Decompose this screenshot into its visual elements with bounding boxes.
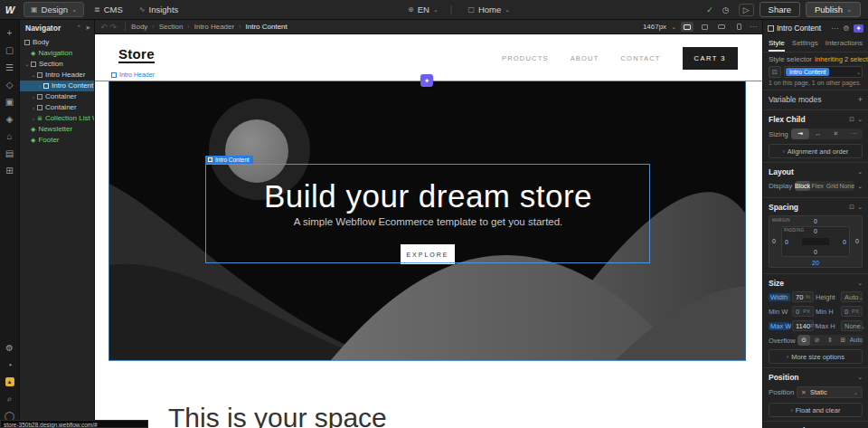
chevron-right-icon[interactable]: › <box>31 91 36 102</box>
display-grid[interactable]: Grid <box>825 181 839 191</box>
margin-right-value[interactable]: 0 <box>855 238 859 244</box>
overflow-hidden-icon[interactable]: ⊘ <box>810 335 823 346</box>
overflow-auto[interactable]: Auto <box>850 335 863 346</box>
breakpoint-phone-portrait-icon[interactable] <box>732 22 745 32</box>
hero-section[interactable]: Build your dream store A simple Webflow … <box>108 81 746 361</box>
redo-icon[interactable]: ↷ <box>110 23 118 32</box>
design-mode-button[interactable]: ▣ Design ⌄ <box>24 2 84 17</box>
tree-item-collection-list[interactable]: › ≣ Collection List Wra... <box>20 113 94 124</box>
sizing-shrink-icon[interactable]: ⇥ <box>791 128 809 139</box>
class-pill[interactable]: Intro Content <box>786 68 829 76</box>
insights-button[interactable]: ∿ Insights <box>133 3 184 16</box>
breadcrumb-item[interactable]: Intro Header <box>194 23 234 31</box>
sizing-grow-icon[interactable]: ↔ <box>809 128 827 139</box>
add-variable-mode-icon[interactable]: + <box>858 95 863 104</box>
help-dial-icon[interactable]: ◔ <box>0 357 19 374</box>
more-size-options-button[interactable]: ›More size options <box>769 349 863 364</box>
tree-item-intro-header[interactable]: ⌄ Intro Header <box>20 70 94 81</box>
inheriting-selectors[interactable]: Inheriting 2 selectors <box>815 55 868 63</box>
nav-link-contact[interactable]: CONTACT <box>621 54 661 62</box>
publish-button[interactable]: Publish ⌄ <box>806 2 861 17</box>
assets-icon[interactable]: ▣ <box>0 93 19 110</box>
add-element-icon[interactable]: + <box>0 24 19 42</box>
overflow-clip-icon[interactable]: ⊞ <box>836 335 849 346</box>
element-handle-icon[interactable]: ✦ <box>420 74 433 87</box>
webflow-logo[interactable]: W <box>0 5 20 15</box>
chevron-down-icon[interactable]: ⌄ <box>857 168 863 176</box>
position-select[interactable]: ✕ Static ⌄ <box>797 386 863 398</box>
breadcrumb-item-current[interactable]: Intro Content <box>246 23 288 31</box>
overflow-scroll-icon[interactable]: ⇕ <box>824 335 836 346</box>
sizing-more-icon[interactable]: ⋯ <box>844 128 863 139</box>
chevron-right-icon[interactable]: › <box>31 102 36 113</box>
settings-icon[interactable]: ⚙ <box>0 339 19 357</box>
nav-link-about[interactable]: ABOUT <box>571 54 599 62</box>
cart-button[interactable]: CART 3 <box>683 47 738 70</box>
min-height-input[interactable]: 0 PX <box>841 306 863 317</box>
intro-header-tag[interactable]: Intro Header <box>111 71 155 78</box>
tab-settings[interactable]: Settings <box>792 37 818 52</box>
sizing-none-icon[interactable]: ✕ <box>827 128 845 139</box>
page-selector[interactable]: ▢ Home ⌄ <box>461 3 516 16</box>
breadcrumb-item[interactable]: Body <box>131 23 147 31</box>
search-icon[interactable]: ⌕ <box>0 390 19 407</box>
site-logo[interactable]: Store <box>118 46 155 63</box>
canvas-width-value[interactable]: 1467px <box>643 23 666 31</box>
class-selector-input[interactable]: Intro Content ⌄ <box>784 66 863 78</box>
spacing-settings-icon[interactable]: ⊡ <box>849 204 854 211</box>
height-input[interactable]: Auto ⌄ <box>841 291 863 302</box>
tree-item-section[interactable]: ⌄ Section <box>20 59 94 70</box>
symbols-icon[interactable]: ◈ <box>0 110 19 128</box>
collapse-all-icon[interactable]: ⌃ <box>76 24 81 32</box>
margin-bottom-value[interactable]: 20 <box>769 260 862 266</box>
tab-style[interactable]: Style <box>769 37 785 52</box>
max-width-input[interactable]: 1140 PX <box>792 320 814 331</box>
language-selector[interactable]: ⊕ EN ⌄ <box>401 3 445 16</box>
element-settings-icon[interactable]: ⚙ <box>843 24 849 33</box>
preview-icon[interactable]: ▷ <box>739 4 754 16</box>
float-clear-button[interactable]: ›Float and clear <box>769 403 863 417</box>
tree-item-container[interactable]: › Container <box>20 102 94 113</box>
chevron-right-icon[interactable]: › <box>31 113 36 124</box>
more-breakpoints-icon[interactable]: ⋯ <box>750 23 757 31</box>
display-flex[interactable]: Flex <box>810 181 825 191</box>
breakpoint-desktop-icon[interactable] <box>681 22 693 32</box>
tree-item-body[interactable]: Body <box>20 37 94 48</box>
padding-right-value[interactable]: 0 <box>843 239 846 245</box>
tree-item-newsletter[interactable]: ◈ Newsletter <box>20 124 94 135</box>
width-input[interactable]: 70 % <box>792 291 814 302</box>
tab-interactions[interactable]: Interactions <box>826 37 863 52</box>
tree-item-footer[interactable]: ◈ Footer <box>20 135 94 146</box>
chevron-down-icon[interactable]: ⌄ <box>857 204 863 211</box>
width-unit[interactable]: % <box>806 294 810 300</box>
chevron-down-icon[interactable]: ⌄ <box>857 374 863 381</box>
padding-left-value[interactable]: 0 <box>785 239 788 245</box>
min-width-input[interactable]: 0 PX <box>792 306 814 317</box>
margin-left-value[interactable]: 0 <box>772 238 776 244</box>
cms-button[interactable]: ≣ CMS <box>88 3 129 16</box>
breakpoint-tablet-icon[interactable] <box>698 22 711 32</box>
components-icon[interactable]: ◇ <box>0 76 19 93</box>
display-none[interactable]: None <box>839 181 854 191</box>
chevron-down-icon[interactable]: ⌄ <box>857 280 863 287</box>
more-icon[interactable]: ⋯ <box>831 24 838 33</box>
tree-item-intro-content[interactable]: › Intro Content <box>20 81 94 91</box>
display-block[interactable]: Block <box>795 181 810 191</box>
comments-icon[interactable]: ◷ <box>719 5 733 15</box>
tree-item-container[interactable]: › Container <box>20 91 94 102</box>
ecommerce-icon[interactable]: ⌂ <box>0 128 19 145</box>
breakpoint-indicator-icon[interactable]: ⊡ <box>769 66 781 78</box>
navigator-icon[interactable]: ☰ <box>0 59 19 76</box>
warning-badge-icon[interactable]: ▲ <box>5 377 14 386</box>
section-heading[interactable]: This is your space <box>168 403 387 428</box>
overflow-visible-icon[interactable]: ⊙ <box>797 335 810 346</box>
breadcrumb-item[interactable]: Section <box>159 23 184 31</box>
nav-link-products[interactable]: PRODUCTS <box>502 54 549 62</box>
share-button[interactable]: Share <box>760 2 800 17</box>
alignment-order-button[interactable]: ›Alignment and order <box>769 144 863 158</box>
max-height-input[interactable]: None ⌄ <box>841 320 863 331</box>
undo-icon[interactable]: ↶ <box>100 23 108 32</box>
padding-bottom-value[interactable]: 0 <box>782 249 849 255</box>
min-width-unit[interactable]: PX <box>803 309 810 314</box>
selection-badge[interactable]: Intro Content <box>205 156 253 164</box>
